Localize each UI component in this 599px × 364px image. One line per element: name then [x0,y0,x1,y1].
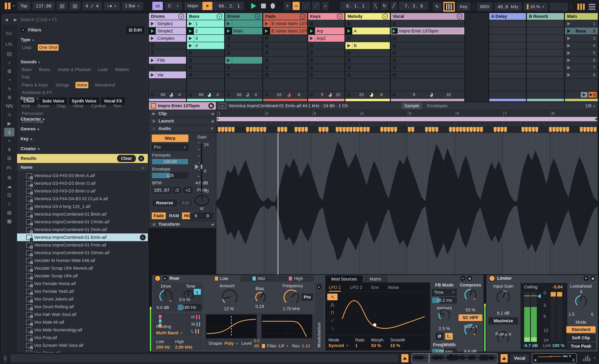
clip-slot[interactable]: Main [225,27,262,34]
session-record-button[interactable]: ○ [322,2,329,10]
scene-launch-icon[interactable] [567,37,570,40]
drum-hihat[interactable]: Hihat [72,103,85,109]
warp-marker[interactable] [532,127,535,133]
maximize-button[interactable]: Maximize [488,317,518,324]
follow-button[interactable]: ➤ [203,2,212,10]
clip-slot[interactable]: Arp2 [308,35,344,42]
key-signature-button[interactable]: ♭♯ [152,2,163,10]
beat-grid-band[interactable] [216,121,598,127]
tab-band-high[interactable]: High [278,275,314,282]
warp-marker[interactable] [301,127,304,133]
warp-marker[interactable] [346,127,349,133]
scene-1[interactable]: 1 [565,20,598,27]
tone-value[interactable]: 0.0 % [179,297,190,302]
sc-hpf-button[interactable]: SC HPF [458,314,483,321]
drum-snare[interactable]: Snare [36,103,51,109]
logo-caret-icon[interactable]: ▼ [12,4,15,8]
lfo-shape-saw-up-icon[interactable]: ⟋ [327,317,337,324]
warp-marker[interactable] [284,127,287,133]
lfo-shape-square-icon[interactable]: ⊓ [327,309,337,316]
track-stop-button[interactable] [347,93,350,97]
device-chain-overview[interactable] [532,353,577,364]
tab-band-low[interactable]: Low [203,275,240,282]
clip-slot[interactable]: Simple2 [149,27,186,34]
tab-env[interactable]: Env [371,284,379,292]
name-column-header[interactable]: Name [21,165,33,170]
warp-marker[interactable] [501,127,503,133]
scene-launch-icon[interactable] [567,51,570,55]
warp-marker[interactable] [459,127,462,133]
track-fold-icon[interactable]: ▼ [457,14,462,19]
save-clip-icon[interactable] [208,103,214,109]
punch-out-button[interactable]: ╱ [390,2,397,10]
clip-slot[interactable] [308,50,344,56]
lookahead-knob[interactable] [575,295,587,307]
shaper-type-menu[interactable]: Poly▼ [224,341,238,346]
track-stop-button[interactable] [310,93,313,97]
clip-slot[interactable] [308,57,344,64]
warp-marker[interactable] [432,127,435,133]
warp-marker[interactable] [563,127,566,133]
output-knob[interactable] [464,324,477,337]
clip-launch-button[interactable] [149,71,156,78]
clip-slot[interactable] [225,35,262,42]
file-item[interactable]: Vocoder Scrap Uhh.aif [17,272,148,280]
clip-launch-button[interactable] [345,27,352,34]
clip-launch-button[interactable] [225,57,232,64]
main-track-header[interactable]: Main [565,13,598,20]
computer-midi-keyboard-button[interactable] [443,2,455,12]
track-stop-button[interactable] [227,93,230,97]
tab-envelopes[interactable]: Envelopes [424,102,450,109]
key-map-button[interactable]: Key [457,3,471,11]
filter-type-header[interactable]: Type ▼ [21,37,144,42]
packs-icon[interactable]: ⧉ [4,173,14,182]
cloud-icon[interactable]: ☁ [4,182,14,191]
track-header-drums[interactable]: Drums▼ [149,13,186,20]
fb-amount-knob[interactable] [438,309,451,321]
record-button[interactable] [271,3,275,9]
tap-tempo-button[interactable]: Tap [17,2,30,10]
time-signature-field[interactable]: 4 / 4 [82,2,102,10]
warp-marker[interactable] [566,127,569,133]
sound-woodwind[interactable]: Woodwind [94,82,116,88]
warp-marker[interactable] [298,127,301,133]
clip-slot[interactable] [345,64,390,71]
roar-preview-icon[interactable]: ▶ [163,276,167,281]
tab-lfo-2[interactable]: LFO 2 [350,284,362,292]
type-loop[interactable]: Loop [21,44,33,51]
stop-button[interactable] [261,4,266,8]
beat-time-ruler[interactable]: 12345678 [216,110,598,117]
warp-marker[interactable] [225,127,228,133]
clip-slot[interactable] [391,20,464,27]
library-label[interactable]: Lib. [5,42,13,47]
clip-slot[interactable]: 3 [187,35,224,42]
warp-marker[interactable] [470,127,473,133]
track-fold-icon[interactable]: ▼ [382,14,388,19]
file-item[interactable]: Vox Male Numerology.aif [17,326,148,334]
audio-effects-icon[interactable]: ◔ [4,76,14,84]
tab-noise[interactable]: Noise [388,284,399,292]
clip-slot[interactable]: 4 [187,42,224,49]
roar-power-button[interactable] [155,275,161,281]
scene-launch-icon[interactable] [567,44,570,48]
fb-spectrum-button[interactable]: l.. [445,333,453,340]
quantization-menu[interactable]: 1 Bar ▼ [122,2,143,10]
ceiling-triangle[interactable] [537,294,541,298]
track-header-drone[interactable]: Drone▼ [225,13,262,20]
warp-marker[interactable] [295,127,298,133]
clips-icon[interactable]: ⊃ [4,110,14,119]
track-header-keys[interactable]: Keys▼ [308,13,344,20]
drums-icon[interactable]: ⊞ [4,67,14,76]
warp-marker[interactable] [360,127,363,133]
roar-hot-swap-icon[interactable]: ⟳ [460,276,466,281]
file-item[interactable]: Veronica ImproCombined-01 Fmin.aif [17,241,148,249]
warp-marker[interactable] [218,127,221,133]
clip-launch-button[interactable] [187,35,194,42]
warp-marker[interactable] [559,127,562,133]
warp-marker[interactable] [221,127,224,133]
track-header-melody[interactable]: Melody▼ [345,13,390,20]
warp-marker[interactable] [521,127,525,133]
clip-slot[interactable]: E minor harm 137b [263,27,307,34]
roar-save-preset-icon[interactable]: ▣ [467,276,472,281]
clip-launch-button[interactable] [187,20,194,27]
